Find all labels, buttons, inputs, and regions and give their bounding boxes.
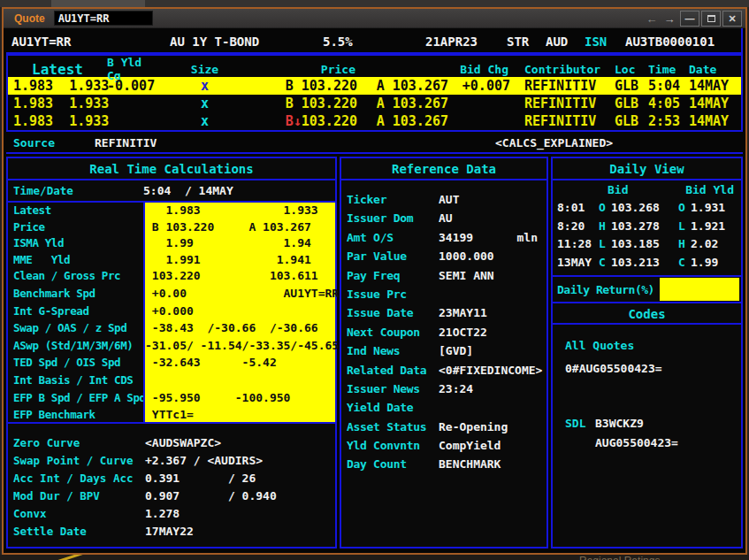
ohlc-tag: O xyxy=(599,201,606,214)
row-value: CompYield xyxy=(439,439,501,452)
quote-row-2[interactable]: 1.983 1.933 x B 103.220 A 103.267 REFINI… xyxy=(8,95,741,112)
ohlc-tag: H xyxy=(678,237,685,250)
row-value: 1000.000 xyxy=(439,249,494,263)
regional-ratings-text: Regional Ratings xyxy=(579,555,660,560)
bid-value: 103.268 xyxy=(611,201,660,214)
instrument-type: STR xyxy=(507,35,529,49)
bid-column-header: Bid xyxy=(608,183,628,196)
panels: Real Time Calculations Time/Date 5:04 / … xyxy=(6,157,743,548)
ref-row: Amt O/S34199mln xyxy=(341,229,546,248)
row-label: Ind News xyxy=(347,344,400,357)
swap-curve-link[interactable]: +2.367 / <AUDIRS> xyxy=(145,454,263,467)
ref-row: Issuer DomAU xyxy=(341,210,546,228)
background-streak xyxy=(47,555,91,560)
row-label: Int G-Spread xyxy=(8,303,143,320)
contributor: REFINITIV xyxy=(510,96,615,111)
bid-price: B 103.220 xyxy=(251,96,357,111)
ask-side: A xyxy=(377,113,393,129)
calcs-explained-link[interactable]: <CALCS_EXPLAINED> xyxy=(495,136,613,150)
close-icon[interactable]: ✕ xyxy=(722,11,742,27)
quote-date: 14MAY xyxy=(689,78,743,94)
latest-yields: 1.983 1.933 xyxy=(8,96,107,111)
row-label: Yld Convntn xyxy=(347,439,420,452)
back-icon[interactable]: ← xyxy=(643,12,661,26)
ohlc-tag: O xyxy=(678,201,685,214)
row-value xyxy=(145,372,335,389)
row-label: Benchmark Spd xyxy=(8,285,143,303)
row-value: 21OCT22 xyxy=(439,326,487,339)
ask-price: A 103.267 xyxy=(357,113,448,129)
ref-row: Related Data<0#FIXEDINCOME> xyxy=(341,362,546,380)
row-label: Mod Dur / BPV xyxy=(13,489,100,502)
instrument-ric[interactable]: AU1YT=RR xyxy=(11,35,71,49)
row-label: TED Spd / OIS Spd xyxy=(8,354,143,372)
contributor: REFINITIV xyxy=(510,113,615,129)
related-data-link[interactable]: <0#FIXEDINCOME> xyxy=(439,364,542,377)
row-label: Latest xyxy=(8,203,143,219)
row-label: ASwp (Std/1M/3M/6M) xyxy=(8,337,143,355)
source-value: REFINITIV xyxy=(95,136,157,150)
row-label: EFP Benchmark xyxy=(8,406,143,424)
ohlc-tag: H xyxy=(599,219,606,233)
ind-news-link[interactable]: [GVD] xyxy=(439,344,473,357)
location: GLB xyxy=(615,78,648,94)
rtc-yellow-values: 1.983 1.933 B 103.220 A 103.267 1.99 1.9… xyxy=(143,203,335,285)
titlebar[interactable]: Quote ← → — ✕ xyxy=(4,9,745,28)
quote-date: 14MAY xyxy=(689,113,743,129)
contributor: REFINITIV xyxy=(510,78,615,94)
row-label: Pay Freq xyxy=(347,269,400,282)
col-latest: Latest xyxy=(8,61,107,78)
background-bottom-edge: Regional Ratings xyxy=(0,555,749,560)
yld-value: 1.921 xyxy=(691,219,725,233)
bid-value: 103.220 xyxy=(302,96,357,111)
daily-row: 8:01 O 103.268 O 1.931 xyxy=(553,199,741,218)
rtc-section-prices: Latest Price ISMA Yld MME Yld Clean / Gr… xyxy=(8,203,335,285)
row-value: 1.99 1.94 xyxy=(145,235,335,252)
rtc-time-date-row: Time/Date 5:04 / 14MAY xyxy=(8,180,335,203)
daily-row: 11:28 L 103.185 H 2.02 xyxy=(553,235,741,254)
quote-row-latest[interactable]: 1.983 1.933 -0.007 x B 103.220 A 103.267… xyxy=(8,77,741,95)
panel-real-time-calculations: Real Time Calculations Time/Date 5:04 / … xyxy=(6,157,337,548)
latest-yields: 1.983 1.933 xyxy=(8,78,107,94)
sdl-code-2[interactable]: AUG05500423= xyxy=(595,436,678,449)
ref-row: Pay FreqSEMI ANN xyxy=(341,267,546,286)
row-time: 8:01 xyxy=(557,201,585,214)
rtc-row: Mod Dur / BPV 0.907 / 0.940 xyxy=(8,487,335,505)
quote-input[interactable] xyxy=(54,11,153,26)
source-row: Source REFINITIV <CALCS_EXPLAINED> xyxy=(6,132,743,154)
efp-benchmark-ric[interactable]: YTTc1= xyxy=(145,406,335,424)
col-date: Date xyxy=(689,63,743,76)
zero-curve-link[interactable]: <AUDSWAPZC> xyxy=(145,436,221,449)
all-quotes-ric[interactable]: 0#AUG05500423= xyxy=(565,362,662,375)
ref-row: Day CountBENCHMARK xyxy=(341,456,546,474)
row-value: 17MAY22 xyxy=(145,525,194,538)
popout-icon[interactable] xyxy=(701,11,721,27)
ref-row: Next Coupon21OCT22 xyxy=(341,324,546,342)
ask-value: 103.267 xyxy=(393,78,448,94)
row-value: B 103.220 A 103.267 xyxy=(145,219,335,236)
bid-value: 103.220 xyxy=(302,113,357,129)
quote-row-3[interactable]: 1.983 1.933 x B↓103.220 A 103.267 REFINI… xyxy=(8,112,741,130)
forward-icon[interactable]: → xyxy=(661,12,678,26)
instrument-currency: AUD xyxy=(546,35,568,49)
ref-row: TickerAUT xyxy=(341,191,546,210)
minimize-icon[interactable]: — xyxy=(680,11,699,27)
row-value: -38.43 /-30.66 /-30.66 xyxy=(145,319,335,337)
row-value: 0.391 / 26 xyxy=(145,472,256,485)
row-time: 11:28 xyxy=(557,237,592,250)
popout-glyph xyxy=(707,15,715,22)
yld-value: 1.931 xyxy=(691,201,725,214)
row-label: Swap Point / Curve xyxy=(13,454,133,467)
latest-yields: 1.983 1.933 xyxy=(8,113,107,129)
row-label: Price xyxy=(8,219,143,236)
sdl-code[interactable]: B3WCKZ9 xyxy=(595,417,644,430)
rtc-section-spreads: Benchmark Spd Int G-Spread Swap / OAS / … xyxy=(8,285,335,424)
sdl-label: SDL xyxy=(565,417,585,430)
all-quotes-label: All Quotes xyxy=(565,339,634,352)
row-value: 0.907 / 0.940 xyxy=(145,489,277,502)
bid-down-arrow-icon: B↓ xyxy=(286,113,302,129)
ohlc-tag: L xyxy=(678,219,685,233)
ref-row: Ind News[GVD] xyxy=(341,342,546,361)
bid-value: 103.185 xyxy=(611,237,660,250)
size-value: x xyxy=(158,78,251,94)
